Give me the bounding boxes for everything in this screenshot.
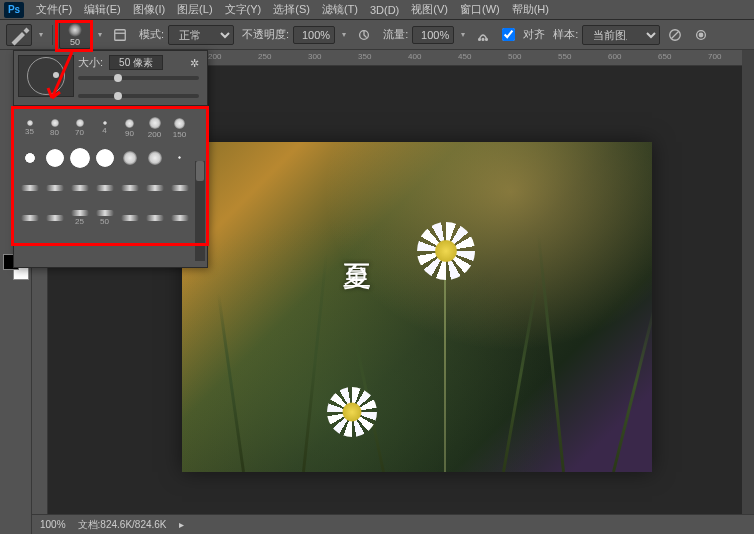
- menu-file[interactable]: 文件(F): [30, 2, 78, 17]
- aligned-checkbox[interactable]: [502, 28, 515, 41]
- brush-preset-picker[interactable]: 50: [59, 21, 91, 49]
- menu-edit[interactable]: 编辑(E): [78, 2, 127, 17]
- menu-image[interactable]: 图像(I): [127, 2, 171, 17]
- svg-rect-0: [115, 29, 126, 40]
- brush-preset-cell[interactable]: [168, 174, 191, 202]
- zoom-level[interactable]: 100%: [40, 519, 66, 530]
- aligned-label: 对齐: [523, 27, 545, 42]
- brush-preset-panel: 大小: ✲ 3580704902001502550: [13, 50, 208, 268]
- brush-preset-cell[interactable]: 150: [168, 114, 191, 142]
- opacity-label: 不透明度:: [242, 27, 289, 42]
- menu-layer[interactable]: 图层(L): [171, 2, 218, 17]
- brush-grid-scrollbar[interactable]: [195, 161, 205, 261]
- brush-preset-cell[interactable]: 25: [68, 204, 91, 232]
- brush-preset-cell[interactable]: [143, 144, 166, 172]
- brush-panel-menu-icon[interactable]: ✲: [190, 57, 199, 70]
- brush-preset-cell[interactable]: 50: [93, 204, 116, 232]
- brush-preset-cell[interactable]: 80: [43, 114, 66, 142]
- brush-dot-icon: [68, 23, 82, 37]
- daisy-flower: [417, 222, 475, 280]
- flow-label: 流量:: [383, 27, 408, 42]
- brush-preset-cell[interactable]: [168, 144, 191, 172]
- brush-preset-dropdown[interactable]: ▾: [95, 24, 105, 46]
- brush-preset-cell[interactable]: 90: [118, 114, 141, 142]
- menu-bar: Ps 文件(F) 编辑(E) 图像(I) 图层(L) 文字(Y) 选择(S) 滤…: [0, 0, 754, 20]
- menu-filter[interactable]: 滤镜(T): [316, 2, 364, 17]
- brush-preset-cell[interactable]: [118, 174, 141, 202]
- brush-preset-cell[interactable]: 4: [93, 114, 116, 142]
- brush-size-input[interactable]: [109, 55, 163, 70]
- brush-preset-cell[interactable]: [43, 204, 66, 232]
- brush-preset-cell[interactable]: [143, 204, 166, 232]
- flower-stem: [444, 277, 446, 472]
- sample-select[interactable]: 当前图层: [582, 25, 660, 45]
- brush-panel-toggle-icon[interactable]: [109, 24, 131, 46]
- menu-help[interactable]: 帮助(H): [506, 2, 555, 17]
- right-panel-rail[interactable]: [742, 50, 754, 534]
- svg-point-4: [482, 38, 484, 40]
- status-bar: 100% 文档:824.6K/824.6K ▸: [32, 514, 754, 534]
- document-canvas[interactable]: 夏至: [182, 142, 652, 472]
- brush-preset-cell[interactable]: [68, 144, 91, 172]
- brush-preset-cell[interactable]: [18, 144, 41, 172]
- svg-point-9: [700, 33, 704, 37]
- ignore-adjustment-icon[interactable]: [664, 24, 686, 46]
- brush-size-number: 50: [70, 37, 80, 47]
- document-info[interactable]: 文档:824.6K/824.6K: [78, 518, 167, 532]
- menu-select[interactable]: 选择(S): [267, 2, 316, 17]
- svg-point-3: [479, 38, 481, 40]
- brush-angle-preview[interactable]: [18, 55, 74, 97]
- brush-size-label: 大小:: [78, 55, 103, 70]
- brush-preset-cell[interactable]: [43, 144, 66, 172]
- brush-grid: 3580704902001502550: [14, 110, 207, 236]
- flow-input[interactable]: [412, 26, 454, 44]
- brush-preset-cell[interactable]: [18, 204, 41, 232]
- menu-view[interactable]: 视图(V): [405, 2, 454, 17]
- brush-preset-cell[interactable]: [143, 174, 166, 202]
- brush-preset-cell[interactable]: 200: [143, 114, 166, 142]
- brush-preset-cell[interactable]: [118, 204, 141, 232]
- pressure-size-icon[interactable]: [690, 24, 712, 46]
- brush-preset-cell[interactable]: 70: [68, 114, 91, 142]
- ps-logo: Ps: [4, 2, 24, 18]
- tool-preset-dropdown[interactable]: ▾: [36, 24, 46, 46]
- svg-point-5: [486, 38, 488, 40]
- brush-preset-cell[interactable]: 35: [18, 114, 41, 142]
- brush-preset-cell[interactable]: [68, 174, 91, 202]
- flow-dropdown[interactable]: ▾: [458, 24, 468, 46]
- options-bar: ▾ 50 ▾ 模式: 正常 不透明度: ▾ 流量: ▾ 对齐 样本: 当前图层: [0, 20, 754, 50]
- status-expand-icon[interactable]: ▸: [179, 519, 184, 530]
- airbrush-icon[interactable]: [472, 24, 494, 46]
- daisy-flower: [327, 387, 377, 437]
- menu-window[interactable]: 窗口(W): [454, 2, 506, 17]
- opacity-dropdown[interactable]: ▾: [339, 24, 349, 46]
- svg-line-7: [672, 31, 679, 38]
- brush-preset-cell[interactable]: [168, 204, 191, 232]
- sample-label: 样本:: [553, 27, 578, 42]
- brush-preset-cell[interactable]: [43, 174, 66, 202]
- blend-mode-select[interactable]: 正常: [168, 25, 234, 45]
- brush-preset-cell[interactable]: [118, 144, 141, 172]
- menu-3d[interactable]: 3D(D): [364, 4, 405, 16]
- brush-preset-cell[interactable]: [93, 174, 116, 202]
- brush-hardness-slider[interactable]: [78, 94, 199, 98]
- pressure-opacity-icon[interactable]: [353, 24, 375, 46]
- mode-label: 模式:: [139, 27, 164, 42]
- menu-type[interactable]: 文字(Y): [219, 2, 268, 17]
- brush-preset-cell[interactable]: [18, 174, 41, 202]
- opacity-input[interactable]: [293, 26, 335, 44]
- brush-size-slider[interactable]: [78, 76, 199, 80]
- brush-preset-cell[interactable]: [93, 144, 116, 172]
- tool-preset-picker[interactable]: [6, 24, 32, 46]
